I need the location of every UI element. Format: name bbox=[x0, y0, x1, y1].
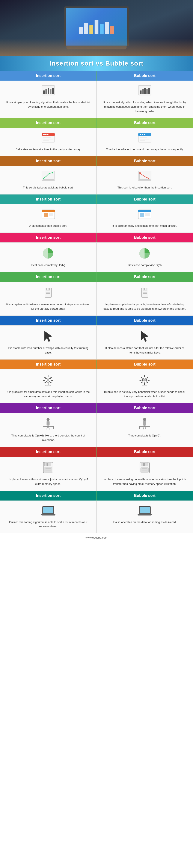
svg-rect-10 bbox=[146, 89, 148, 94]
right-header-4: Bubble sort bbox=[96, 232, 193, 242]
left-icon-10 bbox=[6, 505, 91, 517]
right-cell-5: Implements optimized approach, have fewe… bbox=[96, 282, 193, 316]
svg-point-16 bbox=[47, 134, 48, 135]
left-header-1: Insertion sort bbox=[0, 118, 96, 128]
svg-line-83 bbox=[141, 382, 142, 383]
left-text-5: It is adaptive as it delivers a minimum … bbox=[6, 302, 91, 311]
left-cell-5: It is adaptive as it delivers a minimum … bbox=[0, 282, 96, 316]
svg-point-14 bbox=[43, 134, 45, 135]
svg-line-80 bbox=[141, 377, 142, 378]
section-header-10: Insertion sort Bubble sort bbox=[0, 491, 193, 500]
svg-rect-98 bbox=[140, 426, 140, 429]
svg-rect-18 bbox=[43, 138, 53, 140]
svg-rect-40 bbox=[49, 215, 53, 216]
svg-rect-1 bbox=[43, 91, 45, 94]
svg-rect-5 bbox=[52, 88, 53, 94]
section-header-8: Insertion sort Bubble sort bbox=[0, 403, 193, 413]
right-icon-4 bbox=[102, 247, 187, 260]
svg-rect-8 bbox=[142, 89, 144, 94]
content-row-6: It is stable with less number of swaps w… bbox=[0, 326, 193, 360]
svg-rect-52 bbox=[46, 288, 47, 290]
content-row-9: In place, it means this sort needs just … bbox=[0, 457, 193, 491]
left-cell-2: This sort is twice as quick as bubble so… bbox=[0, 166, 96, 194]
svg-rect-4 bbox=[50, 89, 51, 94]
right-header-0: Bubble sort bbox=[96, 71, 193, 81]
svg-point-84 bbox=[143, 379, 146, 381]
right-icon-7 bbox=[102, 374, 187, 386]
section-header-2: Insertion sort Bubble sort bbox=[0, 156, 193, 166]
svg-rect-42 bbox=[138, 210, 151, 212]
right-text-7: Bubble sort is actually very beneficial … bbox=[102, 390, 187, 399]
right-icon-6 bbox=[102, 330, 187, 343]
left-icon-2 bbox=[6, 170, 91, 182]
svg-rect-104 bbox=[45, 468, 51, 469]
svg-rect-45 bbox=[145, 215, 150, 216]
right-text-5: Implements optimized approach, have fewe… bbox=[102, 302, 187, 311]
right-header-9: Bubble sort bbox=[96, 447, 193, 457]
right-header-1: Bubble sort bbox=[96, 118, 193, 128]
right-cell-9: In place, it means using no auxiliary ty… bbox=[96, 457, 193, 491]
svg-rect-51 bbox=[46, 293, 50, 294]
svg-rect-60 bbox=[144, 288, 145, 290]
left-header-9: Insertion sort bbox=[0, 447, 96, 457]
section-header-9: Insertion sort Bubble sort bbox=[0, 447, 193, 457]
left-text-2: This sort is twice as quick as bubble so… bbox=[6, 185, 91, 190]
svg-point-15 bbox=[45, 134, 46, 135]
svg-rect-49 bbox=[46, 290, 50, 291]
left-header-4: Insertion sort bbox=[0, 232, 96, 242]
svg-rect-116 bbox=[140, 507, 150, 514]
svg-rect-11 bbox=[148, 88, 150, 94]
right-cell-4: Best case complexity: O(N) bbox=[96, 242, 193, 272]
svg-rect-97 bbox=[140, 426, 150, 427]
left-header-2: Insertion sort bbox=[0, 156, 96, 166]
right-text-8: Time complexity is O(n^2). bbox=[102, 433, 187, 438]
svg-rect-114 bbox=[41, 514, 55, 515]
left-icon-3 bbox=[6, 209, 91, 220]
svg-rect-17 bbox=[43, 137, 51, 138]
left-icon-4 bbox=[6, 247, 91, 260]
content-row-2: This sort is twice as quick as bubble so… bbox=[0, 166, 193, 194]
left-icon-7 bbox=[6, 374, 91, 386]
left-icon-0 bbox=[6, 85, 91, 97]
left-header-7: Insertion sort bbox=[0, 359, 96, 369]
content-row-10: Online: this sorting algorithm is able t… bbox=[0, 500, 193, 533]
svg-line-71 bbox=[50, 377, 51, 378]
right-icon-9 bbox=[102, 461, 187, 474]
left-cell-3: A bit complex than bubble sort. bbox=[0, 204, 96, 232]
left-icon-8 bbox=[6, 417, 91, 430]
svg-rect-59 bbox=[143, 288, 144, 290]
svg-rect-44 bbox=[145, 213, 150, 215]
left-header-6: Insertion sort bbox=[0, 316, 96, 326]
svg-rect-74 bbox=[45, 385, 51, 386]
svg-point-24 bbox=[144, 134, 145, 135]
svg-rect-37 bbox=[42, 210, 55, 212]
right-icon-1 bbox=[102, 132, 187, 144]
svg-rect-57 bbox=[143, 292, 147, 292]
left-cell-6: It is stable with less number of swaps w… bbox=[0, 326, 96, 360]
svg-line-82 bbox=[147, 377, 148, 378]
right-header-8: Bubble sort bbox=[96, 403, 193, 413]
left-cell-7: It is proficient for small data sets and… bbox=[0, 369, 96, 403]
left-cell-4: Best case complexity: O(N) bbox=[0, 242, 96, 272]
right-header-7: Bubble sort bbox=[96, 359, 193, 369]
svg-point-29 bbox=[52, 172, 53, 174]
section-header-6: Insertion sort Bubble sort bbox=[0, 316, 193, 326]
right-header-2: Bubble sort bbox=[96, 156, 193, 166]
right-header-5: Bubble sort bbox=[96, 272, 193, 282]
svg-rect-7 bbox=[140, 91, 142, 94]
svg-rect-2 bbox=[45, 89, 47, 94]
hero-image bbox=[0, 0, 193, 56]
svg-point-33 bbox=[139, 172, 141, 174]
section-header-1: Insertion sort Bubble sort bbox=[0, 118, 193, 128]
left-text-10: Online: this sorting algorithm is able t… bbox=[6, 520, 91, 529]
right-icon-3 bbox=[102, 209, 187, 220]
hero-hands bbox=[0, 39, 193, 56]
svg-rect-105 bbox=[45, 470, 51, 470]
section-header-4: Insertion sort Bubble sort bbox=[0, 232, 193, 242]
right-text-0: It is a modest algorithm for sorting whi… bbox=[102, 100, 187, 114]
right-icon-5 bbox=[102, 286, 187, 299]
left-header-10: Insertion sort bbox=[0, 491, 96, 500]
content-row-0: It is a simple type of sorting algorithm… bbox=[0, 81, 193, 118]
left-cell-0: It is a simple type of sorting algorithm… bbox=[0, 81, 96, 118]
left-header-5: Insertion sort bbox=[0, 272, 96, 282]
